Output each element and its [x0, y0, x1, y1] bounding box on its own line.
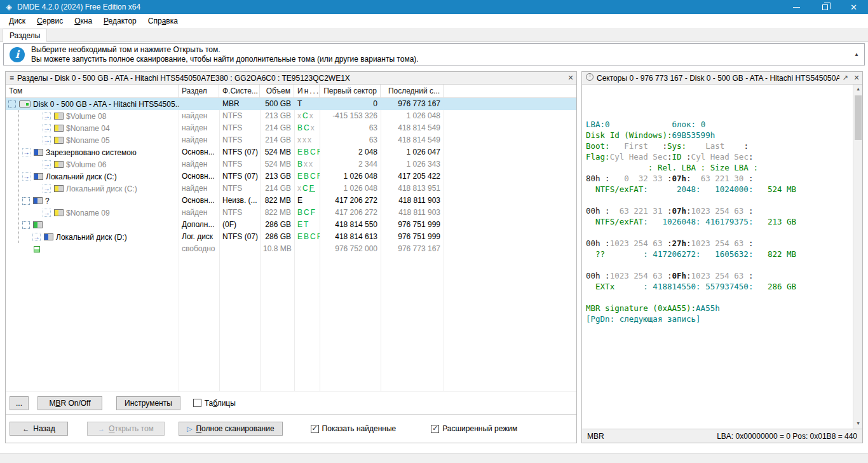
- cell-filesystem: NTFS (07): [219, 231, 260, 243]
- table-row[interactable]: →Локальний диск (C:)Основн...NTFS (07)21…: [6, 170, 576, 183]
- tab-partitions[interactable]: Разделы: [3, 29, 47, 42]
- column-last-sector[interactable]: Последний с...: [381, 85, 444, 97]
- panel-menu-icon[interactable]: ≡: [10, 74, 14, 83]
- table-row[interactable]: ?Основн...Неизв. (...822 MBE417 206 2724…: [6, 195, 576, 207]
- column-partition[interactable]: Раздел: [179, 85, 219, 97]
- row-checkbox[interactable]: [8, 100, 16, 108]
- table-row[interactable]: →Зарезервовано системоюОсновн...NTFS (07…: [6, 146, 576, 158]
- cell-filesystem: NTFS: [219, 207, 260, 219]
- cell-partition: найден: [179, 110, 219, 122]
- cell-indicators: [294, 243, 320, 255]
- sectors-status-bar: MBR LBA: 0x00000000 = 0 Pos: 0x01B8 = 44…: [582, 429, 862, 443]
- menu-item-редактор[interactable]: Редактор: [98, 15, 142, 27]
- partitions-panel-close-button[interactable]: ✕: [565, 73, 576, 84]
- cell-filesystem: NTFS: [219, 110, 260, 122]
- table-row[interactable]: →$Volume 06найденNTFS524 MBBxx2 3441 026…: [6, 158, 576, 170]
- table-row[interactable]: →$Noname 04найденNTFS214 GBBCx63418 814 …: [6, 122, 576, 134]
- tables-checkbox[interactable]: Таблицы: [193, 399, 236, 408]
- sector-line: : Rel. LBA : Size LBA :: [586, 162, 851, 173]
- table-row[interactable]: →$Noname 09найденNTFS822 MBBCF417 206 27…: [6, 207, 576, 219]
- cell-partition: Основн...: [179, 146, 219, 158]
- partitions-toolbar: ... MBR On/Off Инструменты Таблицы: [6, 391, 576, 414]
- mount-arrow-icon: →: [43, 136, 51, 144]
- cell-indicators: ET: [294, 219, 320, 231]
- vertical-scrollbar[interactable]: ▲ ▼: [853, 85, 862, 429]
- sectors-panel-title: Секторы 0 - 976 773 167 - Disk 0 - 500 G…: [597, 74, 839, 83]
- cell-indicators: T: [294, 98, 320, 110]
- sectors-panel-close-button[interactable]: ✕: [851, 73, 862, 84]
- collapse-infobar-button[interactable]: ▲: [851, 50, 862, 60]
- sector-line: NTFS/exFAT: 1026048: 416179375: 213 GB: [586, 216, 851, 227]
- restore-button[interactable]: [811, 0, 839, 14]
- row-checkbox[interactable]: [22, 221, 30, 229]
- partitions-panel-header: ≡ Разделы - Disk 0 - 500 GB - ATA - Hita…: [6, 72, 576, 85]
- cell-partition: Дополн...: [179, 219, 219, 231]
- scan-play-icon: ▷: [187, 425, 192, 433]
- open-volume-button[interactable]: →Открыть том: [87, 422, 165, 436]
- disk-icon: [19, 100, 31, 107]
- part-green-icon: [33, 221, 43, 228]
- more-button[interactable]: ...: [10, 396, 29, 410]
- checkbox-box: [193, 399, 201, 407]
- column-indicators[interactable]: Ин...: [294, 85, 320, 97]
- menu-item-окна[interactable]: Окна: [69, 15, 97, 27]
- sectors-icon: [586, 73, 593, 83]
- table-row[interactable]: Disk 0 - 500 GB - ATA - Hitachi HTS54505…: [6, 98, 576, 110]
- table-row[interactable]: →Локальний диск (C:)найденNTFS214 GBxCF1…: [6, 183, 576, 195]
- menu-item-справка[interactable]: Справка: [143, 15, 183, 27]
- cell-size: 500 GB: [260, 98, 294, 110]
- close-button[interactable]: ✕: [839, 0, 868, 14]
- column-volume[interactable]: Том: [6, 85, 179, 97]
- sector-line: MBR signature (0xAA55):AA55h: [586, 303, 851, 314]
- cell-size: 10.8 MB: [260, 243, 294, 255]
- column-first-sector[interactable]: Первый сектор: [320, 85, 381, 97]
- cell-partition: Основн...: [179, 170, 219, 183]
- info-bar: i Выберите необходимый том и нажмите Отк…: [3, 43, 865, 66]
- column-size[interactable]: Объем: [260, 85, 294, 97]
- app-icon: ◈: [4, 3, 13, 11]
- mount-arrow-icon: →: [32, 233, 41, 241]
- cell-size: 286 GB: [260, 219, 294, 231]
- cell-size: 213 GB: [260, 110, 294, 122]
- sector-line: [586, 259, 851, 270]
- menu-item-диск[interactable]: Диск: [4, 15, 31, 27]
- restore-icon: [822, 4, 828, 10]
- scroll-down-icon[interactable]: ▼: [853, 419, 862, 429]
- minimize-button[interactable]: [782, 0, 811, 14]
- cell-indicators: xCF: [294, 183, 320, 195]
- table-row[interactable]: Дополн...(0F)286 GBET418 814 550976 751 …: [6, 219, 576, 231]
- cell-size: 286 GB: [260, 231, 294, 243]
- scroll-up-icon[interactable]: ▲: [853, 85, 862, 94]
- sector-line: [PgDn: следующая запись]: [586, 314, 851, 324]
- table-row[interactable]: свободно10.8 MB976 752 000976 773 167: [6, 243, 576, 255]
- column-filesystem[interactable]: Ф.Систе...: [219, 85, 260, 97]
- sector-line: [586, 292, 851, 303]
- partitions-panel: ≡ Разделы - Disk 0 - 500 GB - ATA - Hita…: [5, 71, 577, 443]
- sectors-panel-popout-button[interactable]: ↗: [839, 73, 851, 84]
- volume-name: $Volume 06: [66, 159, 106, 170]
- back-button[interactable]: ←Назад: [10, 422, 68, 436]
- scrollbar-thumb[interactable]: [855, 95, 862, 140]
- cell-partition: найден: [179, 134, 219, 146]
- cell-last-sector: 418 811 903: [381, 195, 444, 207]
- table-row[interactable]: →$Volume 08найденNTFS213 GBxCx-415 153 3…: [6, 110, 576, 122]
- advanced-mode-checkbox[interactable]: Расширенный режим: [431, 424, 517, 433]
- sector-view[interactable]: ▲ ▼ LBA:0 блок: 0Disk Id (Windows):69B53…: [582, 85, 862, 429]
- full-scan-button[interactable]: ▷Полное сканирование: [179, 422, 283, 436]
- cell-indicators: EBCF: [294, 146, 320, 158]
- show-found-checkbox[interactable]: Показать найденные: [311, 424, 397, 433]
- cell-indicators: xCx: [294, 110, 320, 122]
- menu-item-сервис[interactable]: Сервис: [32, 15, 68, 27]
- sector-line: EXTx : 418814550: 557937450: 286 GB: [586, 281, 851, 292]
- row-checkbox[interactable]: [22, 197, 30, 205]
- cell-indicators: E: [294, 195, 320, 207]
- cell-filesystem: NTFS (07): [219, 170, 260, 183]
- tools-button[interactable]: Инструменты: [116, 396, 180, 410]
- mbr-onoff-button[interactable]: MBR On/Off: [37, 396, 102, 410]
- table-row[interactable]: →Локальний диск (D:)Лог. дискNTFS (07)28…: [6, 231, 576, 243]
- sector-line: Boot: First :Sys: Last :: [586, 141, 851, 151]
- folder-icon: [54, 125, 64, 132]
- table-row[interactable]: →$Noname 05найденNTFS214 GBxxx63418 814 …: [6, 134, 576, 146]
- status-mode: MBR: [587, 432, 604, 441]
- cell-size: 214 GB: [260, 134, 294, 146]
